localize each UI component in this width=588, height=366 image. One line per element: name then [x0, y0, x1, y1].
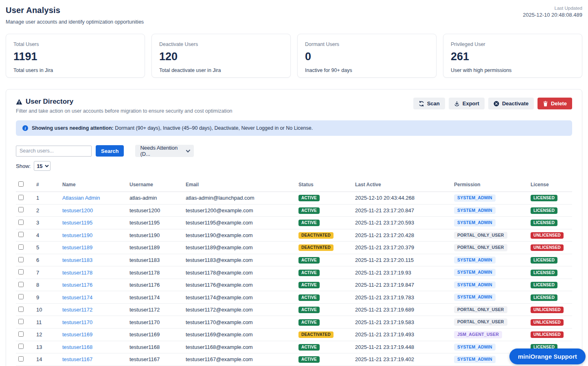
- user-name-link[interactable]: testuser1176: [62, 282, 92, 288]
- license-badge: UNLICENSED: [531, 244, 564, 251]
- username-cell: atlas-admin: [127, 192, 183, 205]
- search-input[interactable]: [16, 146, 92, 157]
- status-badge: ACTIVE: [298, 319, 320, 326]
- email-cell: testuser1174@example.com: [183, 291, 296, 304]
- row-number: 12: [34, 329, 60, 341]
- email-cell: testuser1172@example.com: [183, 303, 296, 316]
- stat-card-dormant-users: Dormant Users 0 Inactive for 90+ days: [297, 34, 437, 78]
- permission-badge: SYSTEM_ADMIN: [454, 269, 496, 276]
- deactivate-button[interactable]: Deactivate: [488, 98, 534, 109]
- table-row: 5 testuser1189 testuser1189 testuser1189…: [16, 242, 572, 254]
- user-name-link[interactable]: testuser1190: [62, 232, 92, 238]
- search-button[interactable]: Search: [96, 145, 124, 157]
- user-name-link[interactable]: Atlassian Admin: [62, 195, 100, 201]
- status-badge: ACTIVE: [298, 207, 320, 214]
- table-row: 12 testuser1169 testuser1169 testuser116…: [16, 329, 572, 341]
- row-checkbox[interactable]: [18, 207, 24, 212]
- email-cell: testuser1200@example.com: [183, 204, 296, 217]
- table-row: 4 testuser1190 testuser1190 testuser1190…: [16, 229, 572, 242]
- refresh-icon: [419, 101, 424, 107]
- user-name-link[interactable]: testuser1167: [62, 356, 92, 362]
- select-all-checkbox[interactable]: [18, 181, 24, 187]
- row-checkbox[interactable]: [18, 244, 24, 250]
- scan-label: Scan: [427, 100, 440, 107]
- row-checkbox[interactable]: [18, 257, 24, 262]
- status-badge: ACTIVE: [298, 282, 320, 288]
- row-number: 11: [34, 316, 60, 329]
- banner-text: Dormant (90+ days), Inactive (45–90 days…: [114, 125, 313, 131]
- status-badge: DEACTIVATED: [298, 244, 333, 251]
- permission-badge: JSM_AGENT_USER: [454, 331, 502, 338]
- row-checkbox[interactable]: [18, 331, 24, 337]
- filter-selected-value: Needs Attention (D...: [140, 145, 180, 157]
- status-badge: ACTIVE: [298, 270, 320, 276]
- row-checkbox[interactable]: [18, 319, 24, 324]
- user-name-link[interactable]: testuser1189: [62, 244, 92, 251]
- x-circle-icon: [494, 101, 499, 107]
- row-checkbox[interactable]: [18, 356, 24, 362]
- user-name-link[interactable]: testuser1170: [62, 319, 92, 325]
- delete-label: Delete: [551, 100, 567, 107]
- email-cell: atlas-admin@launchpad.com: [183, 192, 296, 205]
- user-name-link[interactable]: testuser1174: [62, 294, 92, 301]
- row-checkbox[interactable]: [18, 232, 24, 237]
- row-checkbox[interactable]: [18, 269, 24, 274]
- last-updated-label: Last Updated: [523, 6, 582, 11]
- table-row: 3 testuser1195 testuser1195 testuser1195…: [16, 217, 572, 229]
- permission-badge: SYSTEM_ADMIN: [454, 207, 496, 214]
- user-name-link[interactable]: testuser1195: [62, 220, 92, 226]
- user-name-link[interactable]: testuser1169: [62, 331, 92, 338]
- stat-desc: Inactive for 90+ days: [305, 68, 429, 73]
- license-badge: LICENSED: [531, 270, 557, 276]
- row-checkbox[interactable]: [18, 195, 24, 200]
- license-badge: LICENSED: [531, 282, 557, 288]
- last-updated-value: 2025-12-10 20:48:08.489: [523, 12, 582, 18]
- email-cell: testuser1176@example.com: [183, 279, 296, 291]
- last-active-cell: 2025-11-21 23:17:19.448: [353, 341, 452, 353]
- stat-value: 1191: [13, 50, 137, 63]
- row-checkbox[interactable]: [18, 220, 24, 225]
- filter-dropdown[interactable]: Needs Attention (D...: [135, 145, 194, 157]
- status-badge: DEACTIVATED: [298, 331, 333, 338]
- row-checkbox[interactable]: [18, 294, 24, 299]
- username-cell: testuser1195: [127, 217, 183, 229]
- delete-button[interactable]: Delete: [538, 98, 572, 109]
- permission-badge: SYSTEM_ADMIN: [454, 356, 496, 363]
- user-name-link[interactable]: testuser1178: [62, 270, 92, 276]
- permission-badge: PORTAL_ONLY_USER: [454, 244, 507, 251]
- permission-badge: SYSTEM_ADMIN: [454, 257, 496, 264]
- row-checkbox[interactable]: [18, 307, 24, 312]
- row-checkbox[interactable]: [18, 344, 24, 349]
- deactivate-label: Deactivate: [502, 100, 529, 107]
- stat-value: 120: [159, 50, 283, 63]
- row-number: 10: [34, 303, 60, 316]
- page-size-select[interactable]: 15: [34, 161, 50, 171]
- permission-badge: SYSTEM_ADMIN: [454, 194, 496, 202]
- col-header-last-active: Last Active: [353, 179, 452, 192]
- col-header-license: License: [528, 179, 572, 192]
- info-icon: i: [22, 125, 28, 131]
- miniorange-support-button[interactable]: miniOrange Support: [509, 349, 586, 364]
- download-icon: [454, 101, 460, 107]
- row-number: 14: [34, 353, 60, 366]
- table-row: 10 testuser1172 testuser1172 testuser117…: [16, 303, 572, 316]
- last-active-cell: 2025-11-21 23:17:19.93: [353, 266, 452, 279]
- row-checkbox[interactable]: [18, 282, 24, 287]
- user-name-link[interactable]: testuser1200: [62, 207, 93, 214]
- last-active-cell: 2025-11-21 23:17:19.402: [353, 353, 452, 366]
- scan-button[interactable]: Scan: [413, 98, 445, 109]
- status-badge: ACTIVE: [298, 195, 320, 201]
- username-cell: testuser1183: [127, 254, 183, 266]
- col-header-status: Status: [296, 179, 353, 192]
- table-row: 1 Atlassian Admin atlas-admin atlas-admi…: [16, 192, 572, 205]
- user-name-link[interactable]: testuser1183: [62, 257, 92, 263]
- status-badge: ACTIVE: [298, 307, 320, 313]
- username-cell: testuser1190: [127, 229, 183, 242]
- username-cell: testuser1189: [127, 242, 183, 254]
- export-button[interactable]: Export: [449, 98, 485, 109]
- user-name-link[interactable]: testuser1168: [62, 344, 92, 350]
- last-active-cell: 2025-11-21 23:17:20.593: [353, 217, 452, 229]
- user-name-link[interactable]: testuser1172: [62, 307, 92, 313]
- permission-badge: SYSTEM_ADMIN: [454, 219, 496, 227]
- last-active-cell: 2025-11-21 23:17:20.428: [353, 229, 452, 242]
